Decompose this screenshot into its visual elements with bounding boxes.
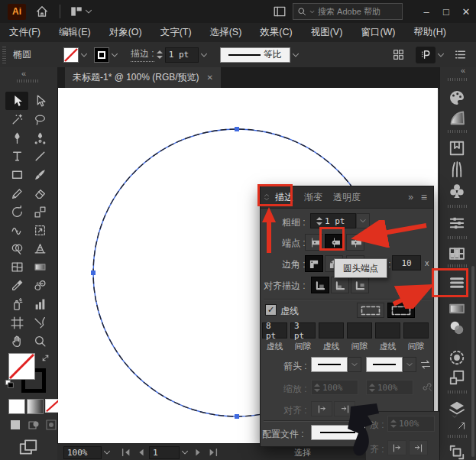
dash-field-6[interactable] — [403, 322, 429, 339]
miter-join-button[interactable] — [305, 255, 323, 272]
gradient-button[interactable] — [27, 399, 44, 414]
arrow-align-tip-button[interactable] — [311, 401, 332, 416]
scale-tool[interactable] — [28, 202, 51, 221]
document-tab[interactable]: 未标题-1* @ 100% (RGB/预览) ✕ — [65, 67, 221, 88]
adjustments-panel-icon[interactable] — [447, 214, 467, 232]
graphic-styles-panel-icon[interactable] — [447, 368, 467, 387]
swap-arrowheads-icon[interactable] — [419, 358, 432, 371]
artboards-panel-icon[interactable] — [447, 443, 467, 460]
pen-tool[interactable] — [5, 128, 28, 147]
workspace-switcher-icon[interactable] — [70, 5, 83, 18]
color-button[interactable] — [8, 399, 25, 414]
mesh-tool[interactable] — [5, 258, 28, 277]
draw-inside-mode-icon[interactable] — [45, 419, 57, 431]
zoom-level-field[interactable]: 100% — [63, 446, 102, 459]
minimize-button[interactable]: – — [416, 6, 436, 18]
fill-swatch-none[interactable] — [63, 47, 79, 63]
brushes-panel-icon[interactable] — [447, 160, 467, 179]
libraries-panel-icon[interactable] — [447, 245, 467, 263]
perspective-grid-tool[interactable] — [28, 240, 51, 258]
transparency-panel-icon[interactable] — [447, 319, 467, 337]
curvature-tool[interactable] — [28, 128, 51, 147]
chevron-down-icon[interactable] — [83, 6, 94, 17]
close-button[interactable]: ✕ — [456, 6, 476, 18]
arrow-scale-end-field[interactable]: 100% — [366, 380, 413, 395]
draw-behind-mode-icon[interactable] — [27, 419, 40, 431]
column-graph-tool[interactable] — [28, 295, 51, 313]
panel-grip[interactable] — [448, 435, 468, 438]
dash-field-4[interactable] — [347, 322, 372, 339]
anchor-point[interactable] — [91, 270, 96, 275]
chevron-down-icon[interactable] — [436, 50, 446, 60]
stroke-align-outside-button[interactable] — [351, 277, 369, 293]
panel-menu-icon[interactable]: ≡ — [421, 191, 427, 203]
chevron-down-icon[interactable] — [199, 50, 209, 60]
appearance-panel-icon[interactable] — [447, 348, 467, 367]
swap-fill-stroke-icon[interactable] — [40, 353, 50, 363]
last-artboard-button[interactable] — [207, 447, 219, 458]
align-end-button[interactable] — [409, 440, 428, 455]
arrowhead-end-select[interactable] — [366, 357, 403, 372]
rotate-tool[interactable] — [5, 202, 28, 221]
chevron-down-icon[interactable] — [102, 447, 112, 458]
stroke-align-inside-button[interactable] — [331, 277, 349, 293]
layers-panel-icon[interactable] — [447, 399, 467, 417]
arrowhead-start-select[interactable] — [311, 357, 348, 372]
properties-panel-button[interactable] — [416, 47, 436, 63]
anchor-point[interactable] — [235, 127, 239, 131]
stroke-swatch-black[interactable] — [94, 47, 109, 63]
artboard-tool[interactable] — [5, 313, 28, 332]
menu-edit[interactable]: 编辑(E) — [50, 26, 100, 39]
free-transform-tool[interactable] — [28, 221, 51, 239]
menu-window[interactable]: 窗口(W) — [351, 26, 404, 39]
lasso-tool[interactable] — [28, 110, 51, 128]
home-icon[interactable] — [35, 5, 49, 18]
width-tool[interactable] — [5, 221, 28, 239]
dash-field-3[interactable] — [319, 322, 344, 339]
variable-width-profile-select[interactable]: 等比 — [220, 47, 290, 63]
symbols-panel-icon[interactable] — [447, 182, 467, 200]
align-start-button[interactable] — [387, 440, 406, 455]
hand-tool[interactable] — [5, 332, 28, 350]
menu-type[interactable]: 文字(T) — [151, 26, 201, 39]
menu-help[interactable]: 帮助(H) — [405, 26, 455, 39]
close-tab-icon[interactable]: ✕ — [207, 73, 213, 82]
chevron-down-icon[interactable] — [79, 50, 89, 60]
selection-tool[interactable] — [5, 92, 28, 110]
color-panel-icon[interactable] — [447, 89, 467, 107]
arrow-scale-start-field[interactable]: 100% — [311, 380, 358, 395]
chevron-down-icon[interactable] — [180, 447, 190, 458]
dashed-line-checkbox[interactable]: ✓ — [265, 304, 277, 316]
anchor-point[interactable] — [235, 414, 239, 419]
maximize-button[interactable]: □ — [436, 6, 456, 18]
panel-grip[interactable] — [448, 78, 468, 81]
blend-tool[interactable] — [28, 277, 51, 295]
gradient-panel-panel-icon[interactable] — [447, 300, 467, 318]
arrowhead-start-dropdown[interactable] — [348, 357, 361, 372]
paintbrush-tool[interactable] — [28, 166, 51, 184]
stroke-weight-stepper[interactable] — [157, 50, 163, 59]
panel-grip[interactable] — [448, 130, 468, 133]
link-scale-icon[interactable] — [421, 381, 432, 393]
stroke-panel-link[interactable]: 描边 : — [131, 47, 154, 62]
panel-grip[interactable] — [448, 264, 468, 267]
fill-color-indicator-none[interactable] — [8, 353, 35, 380]
gradient-tool[interactable] — [28, 258, 51, 277]
scrollbar-thumb[interactable] — [471, 266, 474, 457]
eraser-tool[interactable] — [28, 184, 51, 202]
panel-grip[interactable] — [448, 236, 468, 239]
menu-object[interactable]: 对象(O) — [100, 26, 151, 39]
miter-limit-field[interactable]: 10 — [392, 255, 421, 270]
chevron-down-icon[interactable] — [290, 50, 301, 60]
overflow-icon[interactable]: » — [408, 192, 413, 202]
tab-transparency[interactable]: 透明度 — [333, 191, 361, 204]
menu-view[interactable]: 视图(V) — [302, 26, 352, 39]
eyedropper-tool[interactable] — [5, 277, 28, 295]
shape-builder-tool[interactable] — [5, 240, 28, 258]
menu-list-icon[interactable] — [454, 48, 467, 61]
arrowhead-end-dropdown[interactable] — [403, 357, 416, 372]
menu-select[interactable]: 选择(S) — [201, 26, 251, 39]
swatches-panel-icon[interactable] — [447, 139, 467, 157]
screen-mode-icon[interactable] — [18, 439, 38, 455]
direct-selection-tool[interactable] — [28, 92, 51, 110]
